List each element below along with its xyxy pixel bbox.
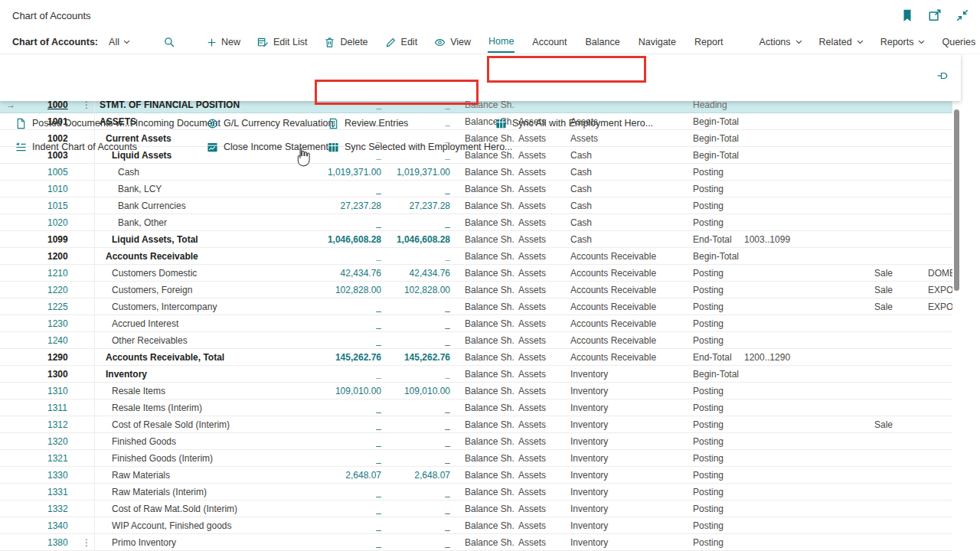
account-no-link[interactable]: 1311 bbox=[47, 399, 83, 416]
balance-cell[interactable]: _ bbox=[353, 181, 450, 197]
account-row-1330[interactable]: 1330Raw Materials2,648.072,648.07Balance… bbox=[0, 467, 952, 484]
account-row-1099[interactable]: 1099Liquid Assets, Total1,046,608.281,04… bbox=[0, 231, 952, 248]
account-no-link[interactable]: 1220 bbox=[47, 282, 83, 298]
account-no-link[interactable]: 1332 bbox=[47, 500, 83, 517]
totaling-cell bbox=[744, 484, 813, 500]
scrollbar-thumb[interactable] bbox=[954, 109, 959, 291]
account-no-link[interactable]: 1380 bbox=[47, 534, 83, 551]
account-no-link[interactable]: 1300 bbox=[47, 366, 83, 383]
account-no-link[interactable]: 1200 bbox=[47, 248, 83, 265]
ribbon-action-sync-selected-with-employment-hero[interactable]: Sync Selected with Employment Hero... bbox=[328, 139, 513, 155]
account-no-link[interactable]: 1310 bbox=[47, 383, 83, 399]
search-button[interactable] bbox=[164, 37, 175, 48]
tab-account[interactable]: Account bbox=[531, 32, 567, 52]
balance-cell[interactable]: 2,648.07 bbox=[353, 467, 450, 484]
delete-button[interactable]: Delete bbox=[324, 37, 368, 48]
account-row-1220[interactable]: 1220Customers, Foreign102,828.00102,828.… bbox=[0, 282, 952, 298]
account-no-link[interactable]: 1230 bbox=[47, 315, 83, 332]
balance-cell[interactable]: 145,262.76 bbox=[353, 349, 450, 366]
balance-cell[interactable]: 109,010.00 bbox=[353, 383, 450, 399]
balance-cell[interactable]: _ bbox=[353, 298, 450, 315]
edit-list-button[interactable]: Edit List bbox=[257, 37, 307, 48]
balance-cell[interactable]: _ bbox=[353, 399, 450, 416]
account-row-1240[interactable]: 1240Other Receivables__Balance Sh...Asse… bbox=[0, 332, 952, 349]
account-no-link[interactable]: 1312 bbox=[47, 416, 83, 433]
account-no-link[interactable]: 1099 bbox=[47, 231, 83, 248]
account-no-link[interactable]: 1010 bbox=[47, 181, 83, 197]
account-no-link[interactable]: 1320 bbox=[47, 433, 83, 450]
ribbon-action-sync-all-with-employment-hero[interactable]: Sync All with Employment Hero... bbox=[495, 115, 653, 132]
pin-icon[interactable] bbox=[936, 70, 949, 82]
account-row-1310[interactable]: 1310Resale Items109,010.00109,010.00Bala… bbox=[0, 383, 952, 399]
balance-cell[interactable]: 1,046,608.28 bbox=[353, 231, 450, 248]
tab-balance[interactable]: Balance bbox=[585, 32, 621, 52]
account-row-1200[interactable]: 1200Accounts Receivable__Balance Sh...As… bbox=[0, 248, 952, 265]
balance-cell[interactable]: _ bbox=[353, 315, 450, 332]
popout-icon[interactable] bbox=[928, 8, 942, 22]
balance-cell[interactable]: _ bbox=[353, 366, 450, 383]
account-row-1210[interactable]: 1210Customers Domestic42,434.7642,434.76… bbox=[0, 265, 952, 282]
account-row-1225[interactable]: 1225Customers, Intercompany__Balance Sh.… bbox=[0, 298, 952, 315]
account-row-1332[interactable]: 1332Cost of Raw Mat.Sold (Interim)__Bala… bbox=[0, 500, 952, 517]
collapse-icon[interactable] bbox=[956, 8, 969, 22]
balance-cell[interactable]: _ bbox=[353, 248, 450, 265]
balance-cell[interactable]: _ bbox=[353, 500, 450, 517]
vertical-scrollbar[interactable] bbox=[952, 106, 962, 551]
balance-cell[interactable]: _ bbox=[353, 517, 450, 534]
balance-cell[interactable]: _ bbox=[353, 534, 450, 551]
ribbon-action-review-entries[interactable]: Review Entries bbox=[328, 115, 408, 132]
account-no-link[interactable]: 1240 bbox=[47, 332, 83, 349]
account-row-1321[interactable]: 1321Finished Goods (Interim)__Balance Sh… bbox=[0, 450, 952, 467]
account-row-1380[interactable]: 1380⋮Primo Inventory__Balance Sh...Asset… bbox=[0, 534, 952, 551]
account-row-1320[interactable]: 1320Finished Goods__Balance Sh...AssetsI… bbox=[0, 433, 952, 450]
account-row-1311[interactable]: 1311Resale Items (Interim)__Balance Sh..… bbox=[0, 399, 952, 416]
view-filter-dropdown[interactable]: All bbox=[109, 37, 130, 47]
balance-cell[interactable]: _ bbox=[353, 416, 450, 433]
account-no-link[interactable]: 1210 bbox=[47, 265, 83, 282]
account-no-link[interactable]: 1015 bbox=[47, 197, 83, 214]
account-row-1331[interactable]: 1331Raw Materials (Interim)__Balance Sh.… bbox=[0, 484, 952, 500]
tab-navigate[interactable]: Navigate bbox=[638, 32, 677, 52]
balance-cell[interactable]: 27,237.28 bbox=[353, 197, 450, 214]
ribbon-action-close-income-statement[interactable]: Close Income Statement bbox=[207, 139, 328, 155]
account-no-link[interactable]: 1321 bbox=[47, 450, 83, 467]
view-button[interactable]: View bbox=[434, 37, 471, 48]
ribbon-action-posted-documents-w-t-incoming-document[interactable]: Posted Documents w...t Incoming Document bbox=[15, 115, 220, 132]
tab-report[interactable]: Report bbox=[694, 32, 724, 52]
menu-actions[interactable]: Actions bbox=[760, 37, 802, 47]
account-row-1010[interactable]: 1010Bank, LCY__Balance Sh...AssetsCashPo… bbox=[0, 181, 952, 197]
account-no-link[interactable]: 1290 bbox=[47, 349, 83, 366]
edit-button[interactable]: Edit bbox=[385, 37, 418, 48]
balance-cell[interactable]: 42,434.76 bbox=[353, 265, 450, 282]
account-no-link[interactable]: 1005 bbox=[47, 164, 83, 181]
ribbon-action-indent-chart-of-accounts[interactable]: Indent Chart of Accounts bbox=[15, 139, 137, 155]
balance-cell[interactable]: _ bbox=[353, 433, 450, 450]
balance-cell[interactable]: _ bbox=[353, 450, 450, 467]
balance-cell[interactable]: _ bbox=[353, 484, 450, 500]
account-row-1300[interactable]: 1300Inventory__Balance Sh...AssetsInvent… bbox=[0, 366, 952, 383]
bookmark-icon[interactable] bbox=[900, 8, 914, 22]
account-row-1230[interactable]: 1230Accrued Interest__Balance Sh...Asset… bbox=[0, 315, 952, 332]
balance-cell[interactable]: _ bbox=[353, 214, 450, 231]
account-row-1312[interactable]: 1312Cost of Resale Sold (Interim)__Balan… bbox=[0, 416, 952, 433]
menu-queries[interactable]: Queries bbox=[942, 37, 980, 47]
balance-cell[interactable]: _ bbox=[353, 332, 450, 349]
new-button[interactable]: New bbox=[207, 37, 240, 47]
menu-reports[interactable]: Reports bbox=[880, 37, 926, 47]
account-row-1015[interactable]: 1015Bank Currencies27,237.2827,237.28Bal… bbox=[0, 197, 952, 214]
tab-home[interactable]: Home bbox=[488, 31, 514, 53]
account-no-link[interactable]: 1020 bbox=[47, 214, 83, 231]
account-no-link[interactable]: 1330 bbox=[47, 467, 83, 484]
account-row-1290[interactable]: 1290Accounts Receivable, Total145,262.76… bbox=[0, 349, 952, 366]
balance-cell[interactable]: 102,828.00 bbox=[353, 282, 450, 298]
account-row-1005[interactable]: 1005Cash1,019,371.001,019,371.00Balance … bbox=[0, 164, 952, 181]
account-no-link[interactable]: 1331 bbox=[47, 484, 83, 500]
ribbon-action-g-l-currency-revaluation[interactable]: G/L Currency Revaluation bbox=[207, 115, 333, 132]
balance-cell[interactable]: 1,019,371.00 bbox=[353, 164, 450, 181]
account-row-1020[interactable]: 1020Bank, Other__Balance Sh...AssetsCash… bbox=[0, 214, 952, 231]
account-no-link[interactable]: 1340 bbox=[47, 517, 83, 534]
account-no-link[interactable]: 1225 bbox=[47, 298, 83, 315]
menu-related[interactable]: Related bbox=[819, 37, 864, 47]
account-row-1340[interactable]: 1340WIP Account, Finished goods__Balance… bbox=[0, 517, 952, 534]
row-menu-icon[interactable]: ⋮ bbox=[81, 534, 92, 551]
